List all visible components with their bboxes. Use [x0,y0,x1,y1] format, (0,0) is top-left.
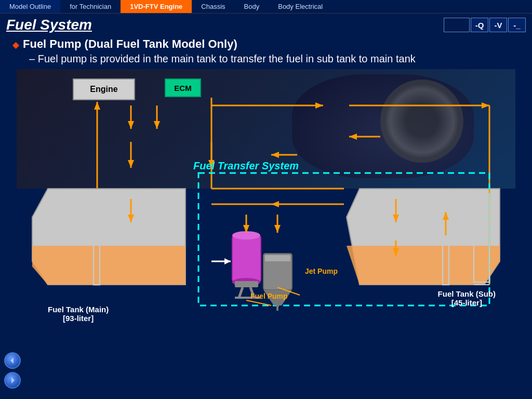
bullet-line-1: ◆ Fuel Pump (Dual Fuel Tank Model Only) [12,37,520,51]
header-row: Fuel System -Q -V -_ [0,14,532,35]
nav-body-electrical[interactable]: Body Electrical [269,0,332,13]
nav-1vd-ftv-engine[interactable]: 1VD-FTV Engine [121,0,192,13]
svg-marker-8 [94,102,100,110]
svg-marker-12 [154,121,160,129]
toolbar-btn-dash[interactable]: -_ [508,18,526,32]
svg-marker-24 [349,134,357,140]
svg-marker-16 [482,102,489,109]
nav-next-btn[interactable] [4,372,21,389]
jet-pump-label: Jet Pump [305,267,338,275]
toolbar: -Q -V -_ [444,18,526,32]
svg-marker-10 [128,121,134,129]
svg-line-42 [239,287,243,298]
svg-marker-54 [274,225,281,233]
svg-marker-20 [128,160,134,168]
bullet-diamond-icon: ◆ [12,40,19,50]
diagram-container: Engine ECM Fuel Transfer System [17,69,515,329]
svg-marker-61 [10,357,14,364]
top-navigation: Model Outline for Technician 1VD-FTV Eng… [0,0,532,14]
side-navigation [4,352,21,389]
svg-marker-14 [315,102,323,109]
page-title: Fuel System [6,17,92,33]
main-tank-label: Fuel Tank (Main) [93-liter] [48,305,109,323]
svg-rect-38 [232,235,261,282]
toolbar-btn-q[interactable]: -Q [471,18,488,32]
svg-marker-36 [271,201,279,207]
nav-model-outline[interactable]: Model Outline [0,0,60,13]
svg-marker-1 [32,246,185,285]
svg-rect-46 [265,255,290,261]
nav-body[interactable]: Body [235,0,269,13]
svg-line-60 [246,300,271,305]
toolbar-blank [444,18,470,32]
nav-prev-btn[interactable] [4,352,21,369]
toolbar-btn-v[interactable]: -V [489,18,507,32]
fuel-pump-label: Fuel Pump [250,292,288,300]
svg-marker-22 [271,152,279,158]
bullet-text-1: Fuel Pump (Dual Fuel Tank Model Only) [23,37,237,51]
svg-marker-50 [224,258,231,264]
svg-marker-3 [347,246,500,285]
svg-rect-41 [235,281,258,287]
sub-bullet-1: Fuel pump is provided in the main tank t… [12,52,520,66]
fuel-transfer-label: Fuel Transfer System [193,160,299,172]
sub-tank-label: Fuel Tank (Sub) [45-liter] [438,289,496,307]
nav-for-technician[interactable]: for Technician [60,0,121,13]
main-content: ◆ Fuel Pump (Dual Fuel Tank Model Only) … [0,35,532,66]
svg-marker-62 [11,377,15,383]
nav-chassis[interactable]: Chassis [192,0,234,13]
bullet-section: ◆ Fuel Pump (Dual Fuel Tank Model Only) … [12,37,520,66]
